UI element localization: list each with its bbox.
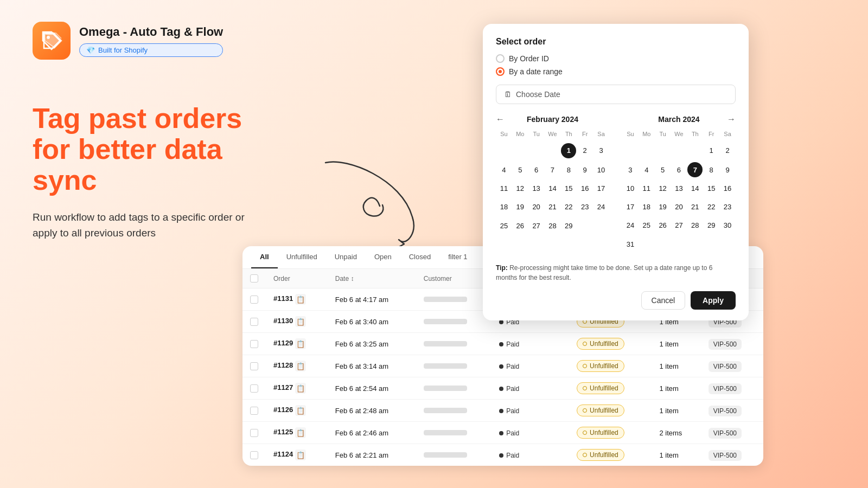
calendar-day[interactable]: 24 <box>593 197 609 216</box>
calendar-day[interactable]: 6 <box>671 160 687 179</box>
radio-by-date-range[interactable]: By a date range <box>496 67 736 76</box>
calendar-day[interactable]: 17 <box>593 179 609 197</box>
calendar-day[interactable]: 18 <box>639 197 655 216</box>
calendar-day[interactable]: 19 <box>512 197 528 216</box>
row-checkbox[interactable] <box>250 318 258 326</box>
tab-all[interactable]: All <box>251 246 278 268</box>
calendar-day[interactable]: 29 <box>560 216 577 236</box>
tab-unfulfilled[interactable]: Unfulfilled <box>278 246 326 268</box>
calendar-day[interactable]: 30 <box>719 216 736 234</box>
calendar-day[interactable]: 31 <box>622 234 639 254</box>
calendar-day[interactable]: 24 <box>622 216 639 234</box>
calendar-day[interactable]: 21 <box>545 197 561 216</box>
calendar-day[interactable]: 22 <box>560 197 577 216</box>
row-checkbox[interactable] <box>250 384 258 393</box>
calendar-day[interactable]: 6 <box>528 160 545 179</box>
calendar-day[interactable]: 15 <box>703 179 719 197</box>
calendar-day[interactable]: 14 <box>687 179 703 197</box>
order-date: Feb 6 at 3:14 am <box>328 355 416 377</box>
calendar-day[interactable]: 2 <box>577 140 593 160</box>
order-date: Feb 6 at 2:21 am <box>328 444 416 466</box>
tab-open[interactable]: Open <box>366 246 400 268</box>
calendar-day[interactable]: 20 <box>528 197 545 216</box>
calendar-day[interactable]: 10 <box>593 160 609 179</box>
calendar-day[interactable]: 16 <box>719 179 736 197</box>
calendar-day[interactable]: 11 <box>639 179 655 197</box>
calendar-day[interactable]: 27 <box>671 216 687 234</box>
modal-footer: Cancel Apply <box>496 291 736 310</box>
calendar-day[interactable]: 8 <box>560 160 577 179</box>
app-name-area: Omega - Auto Tag & Flow 💎 Built for Shop… <box>79 25 223 57</box>
select-all-checkbox[interactable] <box>250 274 258 282</box>
calendar-day[interactable]: 13 <box>528 179 545 197</box>
payment-status: Paid <box>492 400 569 422</box>
calendar-day[interactable]: 4 <box>496 160 512 179</box>
calendar-day[interactable]: 12 <box>655 179 671 197</box>
payment-status: Paid <box>492 333 569 355</box>
calendar-day[interactable]: 4 <box>639 160 655 179</box>
cancel-button[interactable]: Cancel <box>641 291 686 310</box>
choose-date-button[interactable]: 🗓 Choose Date <box>496 85 736 104</box>
table-row: #1128📋Feb 6 at 3:14 amPaidUnfulfilled1 i… <box>242 355 763 377</box>
fulfillment-status: Unfulfilled <box>569 355 652 377</box>
row-checkbox[interactable] <box>250 429 258 437</box>
radio-circle-order-id <box>496 54 505 63</box>
calendar-day[interactable]: 14 <box>545 179 561 197</box>
calendar-day[interactable]: 13 <box>671 179 687 197</box>
calendar-day[interactable]: 5 <box>655 160 671 179</box>
calendar-day[interactable]: 26 <box>655 216 671 234</box>
next-month-button[interactable]: → <box>727 114 736 124</box>
calendar-day[interactable]: 9 <box>577 160 593 179</box>
calendar-day[interactable]: 29 <box>703 216 719 234</box>
calendar-day[interactable]: 19 <box>655 197 671 216</box>
calendar-day[interactable]: 20 <box>671 197 687 216</box>
app-logo <box>33 22 71 60</box>
calendar-day[interactable]: 28 <box>545 216 561 236</box>
prev-month-button[interactable]: ← <box>496 114 505 124</box>
calendar-day[interactable]: 7 <box>687 160 703 179</box>
february-grid: Su Mo Tu We Th Fr Sa 1234567891011121314… <box>496 129 609 236</box>
order-number: #1128📋 <box>266 355 328 377</box>
calendar-day[interactable]: 28 <box>687 216 703 234</box>
calendar-day[interactable]: 9 <box>719 160 736 179</box>
calendar-day[interactable]: 21 <box>687 197 703 216</box>
tab-closed[interactable]: Closed <box>400 246 439 268</box>
calendar-day[interactable]: 11 <box>496 179 512 197</box>
calendar-day[interactable]: 17 <box>622 197 639 216</box>
row-checkbox[interactable] <box>250 451 258 459</box>
calendar-day[interactable]: 5 <box>512 160 528 179</box>
row-checkbox[interactable] <box>250 296 258 304</box>
calendar-day[interactable]: 16 <box>577 179 593 197</box>
calendar-day[interactable]: 25 <box>639 216 655 234</box>
radio-by-order-id[interactable]: By Order ID <box>496 54 736 63</box>
tag-badge: VIP-500 <box>709 339 742 350</box>
tab-filter-1[interactable]: filter 1 <box>439 246 476 268</box>
calendar-day[interactable]: 1 <box>560 140 577 160</box>
february-title: February 2024 <box>527 115 578 124</box>
row-checkbox[interactable] <box>250 407 258 415</box>
apply-button[interactable]: Apply <box>691 291 736 310</box>
calendar-day[interactable]: 15 <box>560 179 577 197</box>
calendar-day[interactable]: 1 <box>703 140 719 160</box>
calendar-day[interactable]: 23 <box>577 197 593 216</box>
calendar-day <box>671 234 687 254</box>
calendar-day[interactable]: 18 <box>496 197 512 216</box>
calendar-day[interactable]: 8 <box>703 160 719 179</box>
calendar-day[interactable]: 22 <box>703 197 719 216</box>
calendar-day[interactable]: 25 <box>496 216 512 236</box>
calendar-day[interactable]: 3 <box>622 160 639 179</box>
calendar-day[interactable]: 2 <box>719 140 736 160</box>
calendar-day[interactable]: 26 <box>512 216 528 236</box>
order-icon: 📋 <box>295 427 306 438</box>
calendar-day[interactable]: 7 <box>545 160 561 179</box>
calendar-day[interactable]: 12 <box>512 179 528 197</box>
row-checkbox[interactable] <box>250 362 258 370</box>
tab-unpaid[interactable]: Unpaid <box>326 246 366 268</box>
calendar-day[interactable]: 23 <box>719 197 736 216</box>
calendar-day[interactable]: 3 <box>593 140 609 160</box>
row-checkbox[interactable] <box>250 340 258 348</box>
calendar-day[interactable]: 10 <box>622 179 639 197</box>
calendar-day <box>655 234 671 254</box>
calendar-day[interactable]: 27 <box>528 216 545 236</box>
items-count: 1 item <box>652 333 700 355</box>
